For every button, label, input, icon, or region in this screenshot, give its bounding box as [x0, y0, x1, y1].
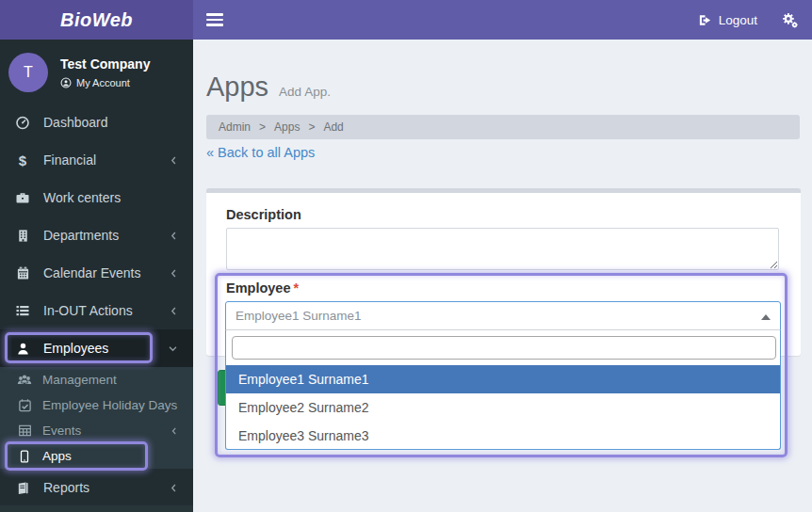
chevron-left-icon	[169, 154, 179, 167]
required-marker: *	[294, 280, 300, 296]
sidebar-item-label: Employee Holiday Days	[42, 398, 179, 412]
chevron-left-icon	[169, 230, 179, 242]
breadcrumb-apps[interactable]: Apps	[274, 120, 300, 134]
avatar[interactable]: T	[8, 53, 48, 92]
user-circle-icon	[60, 77, 72, 88]
sidebar-item-employee-holiday-days[interactable]: Employee Holiday Days	[0, 392, 193, 418]
sidebar-next-item-partial	[0, 505, 193, 512]
dropdown-option-2[interactable]: Employee2 Surname2	[226, 393, 780, 422]
users-icon	[17, 373, 32, 388]
employee-label-text: Employee	[226, 280, 291, 296]
breadcrumb-admin[interactable]: Admin	[219, 120, 251, 134]
user-icon	[14, 342, 31, 356]
dropdown-option-3[interactable]: Employee3 Surname3	[226, 422, 780, 450]
sidebar-item-label: Management	[42, 373, 179, 387]
sidebar-item-label: Work centers	[43, 190, 179, 205]
sidebar-item-management[interactable]: Management	[0, 367, 193, 392]
chevron-left-icon	[169, 305, 179, 317]
sidebar-item-reports[interactable]: Reports	[0, 469, 193, 506]
employees-submenu-container: Management Employee Holiday Days	[0, 367, 193, 469]
sidebar-item-financial[interactable]: $ Financial	[0, 141, 193, 179]
gauge-icon	[14, 115, 31, 130]
table-icon	[17, 424, 32, 438]
sidebar-item-label: Events	[42, 424, 159, 438]
chevron-left-icon	[169, 267, 179, 280]
briefcase-icon	[14, 190, 31, 205]
brand-logo[interactable]: BioWeb	[0, 0, 193, 40]
employee-select-value: Employee1 Surname1	[235, 309, 362, 323]
breadcrumb-separator: >	[259, 120, 266, 134]
dropdown-options: Employee1 Surname1 Employee2 Surname2 Em…	[226, 365, 780, 450]
dropdown-option-1[interactable]: Employee1 Surname1	[226, 365, 780, 393]
employees-submenu: Management Employee Holiday Days	[0, 367, 193, 469]
sidebar-item-label: Apps	[42, 449, 179, 463]
breadcrumb-current: Add	[323, 120, 343, 134]
tablet-icon	[17, 450, 32, 463]
dropdown-search-input[interactable]	[232, 336, 776, 360]
sidebar: T Test Company My Account	[0, 40, 193, 512]
my-account-label: My Account	[76, 77, 130, 88]
logout-label: Logout	[719, 13, 757, 27]
sidebar-item-events[interactable]: Events	[0, 418, 193, 443]
sidebar-menu: Dashboard $ Financial Work centers	[0, 104, 193, 506]
my-account-link[interactable]: My Account	[60, 77, 150, 88]
book-icon	[14, 481, 31, 495]
sidebar-item-work-centers[interactable]: Work centers	[0, 179, 193, 216]
sidebar-item-in-out-actions[interactable]: In-OUT Actions	[0, 292, 193, 329]
sidebar-toggle-icon[interactable]	[204, 12, 225, 27]
main-content: Apps Add App. Admin > Apps > Add « Back …	[193, 40, 812, 512]
page-subtitle: Add App.	[279, 85, 331, 99]
employee-select[interactable]: Employee1 Surname1	[225, 301, 781, 330]
description-textarea[interactable]	[226, 228, 779, 270]
chevron-left-icon	[169, 482, 179, 494]
dollar-icon: $	[14, 152, 31, 168]
chevron-down-icon	[167, 344, 179, 354]
breadcrumb-separator: >	[308, 120, 315, 134]
breadcrumb: Admin > Apps > Add	[206, 115, 800, 139]
logout-button[interactable]: Logout	[698, 13, 757, 27]
sidebar-item-calendar-events[interactable]: Calendar Events	[0, 254, 193, 292]
user-panel: T Test Company My Account	[0, 40, 193, 104]
sidebar-item-label: Dashboard	[43, 115, 179, 130]
calendar-check-icon	[17, 398, 32, 412]
building-icon	[14, 229, 31, 243]
sidebar-item-label: In-OUT Actions	[43, 303, 156, 318]
description-label: Description	[226, 207, 301, 222]
sidebar-item-departments[interactable]: Departments	[0, 216, 193, 254]
sidebar-item-label: Calendar Events	[43, 265, 156, 280]
back-to-all-apps-link[interactable]: « Back to all Apps	[206, 145, 315, 160]
settings-gears-icon[interactable]	[782, 12, 798, 28]
employee-label: Employee*	[226, 280, 299, 296]
sidebar-item-apps[interactable]: Apps	[0, 443, 193, 469]
calendar-icon	[14, 266, 31, 280]
page-title: Apps	[206, 72, 268, 103]
navbar-right: Logout	[698, 12, 798, 28]
company-name: Test Company	[60, 56, 150, 72]
sidebar-item-label: Reports	[43, 480, 156, 495]
employee-dropdown: Employee1 Surname1 Employee2 Surname2 Em…	[225, 329, 781, 450]
navbar: Logout	[193, 0, 812, 40]
list-icon	[14, 303, 31, 318]
sidebar-item-label: Departments	[43, 228, 156, 243]
sidebar-item-employees[interactable]: Employees	[0, 329, 193, 367]
dropdown-arrow-up-icon	[761, 314, 771, 320]
sign-out-icon	[698, 13, 712, 27]
top-navbar: BioWeb Logout	[0, 0, 812, 40]
page-header: Apps Add App.	[206, 72, 331, 103]
sidebar-item-label: Employees	[43, 341, 154, 356]
sidebar-item-dashboard[interactable]: Dashboard	[0, 104, 193, 141]
chevron-left-icon	[170, 425, 179, 437]
sidebar-item-label: Financial	[43, 152, 156, 168]
